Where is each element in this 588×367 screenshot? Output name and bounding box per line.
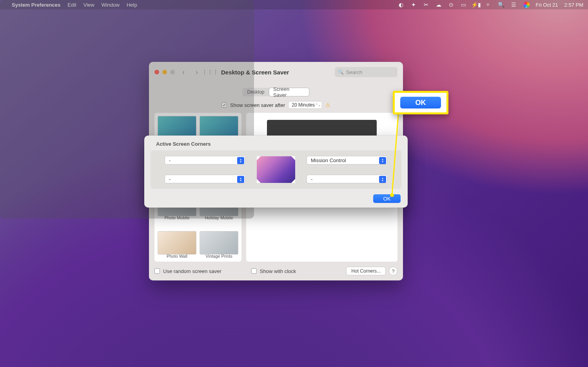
corner-value: - <box>169 157 171 163</box>
sheet-body: - Mission Control - - <box>151 150 401 189</box>
clock-checkbox[interactable] <box>251 268 257 274</box>
corner-value: Mission Control <box>311 157 346 163</box>
app-menu[interactable]: System Preferences <box>12 2 60 8</box>
window-titlebar: ‹ › ⋮⋮⋮ Desktop & Screen Saver 🔍 Search <box>149 62 403 82</box>
status-icon[interactable]: ◐ <box>398 2 404 8</box>
tab-desktop[interactable]: Desktop <box>243 88 269 96</box>
chevron-updown-icon <box>379 157 386 164</box>
corner-select-bl[interactable]: - <box>165 175 245 183</box>
menubar-time[interactable]: 2:57 PM <box>564 2 583 8</box>
show-after-row: ✓ Show screen saver after 20 Minutes ⚠︎ <box>149 101 403 109</box>
corner-indicator-icon <box>257 156 261 160</box>
show-all-button[interactable]: ⋮⋮⋮ <box>205 67 215 77</box>
siri-icon[interactable] <box>523 2 530 8</box>
status-icon[interactable]: ☁ <box>436 2 442 8</box>
bottom-row: Use random screen saver Show with clock … <box>154 266 397 277</box>
help-button[interactable]: ? <box>389 267 397 275</box>
menu-edit[interactable]: Edit <box>67 2 76 8</box>
chevron-updown-icon <box>237 157 244 164</box>
callout-ok-button: OK <box>400 97 441 108</box>
show-after-checkbox[interactable]: ✓ <box>221 102 227 108</box>
menubar-date[interactable]: Fri Oct 21 <box>536 2 558 8</box>
hot-corners-sheet: Active Screen Corners - Mission Control … <box>144 136 408 208</box>
menu-window[interactable]: Window <box>102 2 120 8</box>
menu-view[interactable]: View <box>83 2 94 8</box>
thumb-label: Vintage Prints <box>200 254 238 259</box>
thumb-label: Photo Wall <box>158 254 196 259</box>
thumb-label: Photo Mobile <box>158 215 196 220</box>
clock-label: Show with clock <box>260 268 296 274</box>
chevron-updown-icon <box>379 176 386 183</box>
status-icon[interactable]: ✂ <box>423 2 429 8</box>
traffic-lights <box>154 70 175 74</box>
callout-dot <box>390 193 394 197</box>
display-thumbnail <box>257 156 295 183</box>
random-label: Use random screen saver <box>163 268 221 274</box>
status-icon[interactable]: ▭ <box>461 2 467 8</box>
search-icon: 🔍 <box>338 69 344 75</box>
hot-corners-button[interactable]: Hot Corners... <box>346 267 386 275</box>
menu-bar: System Preferences Edit View Window Help… <box>0 0 588 9</box>
corner-indicator-icon <box>291 156 295 160</box>
corner-select-tr[interactable]: Mission Control <box>307 156 387 165</box>
minimize-button[interactable] <box>162 70 167 74</box>
spotlight-icon[interactable]: 🔍 <box>498 2 505 8</box>
menu-help[interactable]: Help <box>127 2 137 8</box>
ok-button[interactable]: OK <box>373 194 401 203</box>
warning-icon: ⚠︎ <box>325 102 330 108</box>
control-center-icon[interactable]: ☰ <box>511 2 517 8</box>
chevron-updown-icon <box>237 176 244 183</box>
back-button[interactable]: ‹ <box>179 67 188 77</box>
battery-icon[interactable]: ⚡▮ <box>473 2 479 8</box>
callout-box: OK <box>393 91 448 114</box>
tab-bar: Desktop Screen Saver <box>243 88 309 96</box>
forward-button[interactable]: › <box>192 67 201 77</box>
corner-indicator-icon <box>257 179 261 183</box>
close-button[interactable] <box>154 70 159 74</box>
corner-indicator-icon <box>291 179 295 183</box>
tab-screen-saver[interactable]: Screen Saver <box>269 88 309 96</box>
show-after-popup[interactable]: 20 Minutes <box>288 101 322 109</box>
random-checkbox[interactable] <box>154 268 160 274</box>
screensaver-thumb[interactable]: Photo Wall <box>158 231 196 262</box>
show-after-label: Show screen saver after <box>230 102 285 108</box>
wifi-icon[interactable]: ᯤ <box>486 2 492 8</box>
screensaver-thumb[interactable]: Vintage Prints <box>200 231 238 262</box>
corner-select-tl[interactable]: - <box>165 156 245 165</box>
search-placeholder: Search <box>346 69 362 75</box>
corner-select-br[interactable]: - <box>307 175 387 183</box>
status-icon[interactable]: ✦ <box>410 2 417 8</box>
corner-value: - <box>311 176 312 182</box>
zoom-button[interactable] <box>170 70 175 74</box>
thumb-label: Holiday Mobile <box>200 215 238 220</box>
corner-value: - <box>169 176 171 182</box>
sheet-title: Active Screen Corners <box>156 141 211 147</box>
search-field[interactable]: 🔍 Search <box>335 67 397 77</box>
window-title: Desktop & Screen Saver <box>221 69 289 76</box>
status-icon[interactable]: ⊙ <box>448 2 454 8</box>
